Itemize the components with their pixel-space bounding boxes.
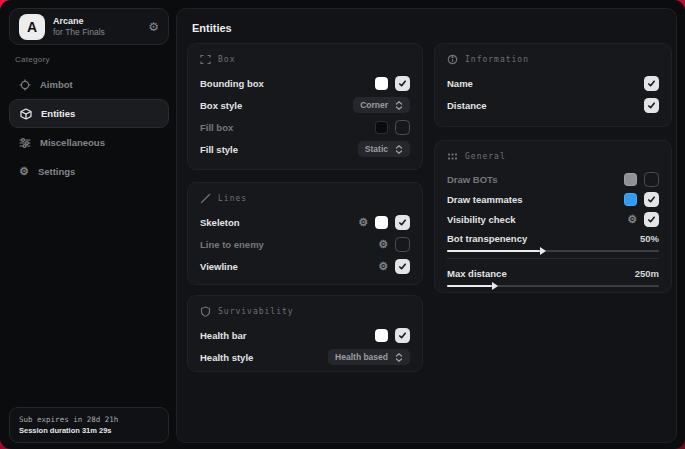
shield-icon <box>200 306 211 317</box>
sidebar-item-miscellaneous[interactable]: Miscellaneous <box>9 128 169 157</box>
subscription-info-card: Sub expires in 28d 21h Session duration … <box>9 407 169 443</box>
bot-transparency-row: Bot transpenency 50% <box>447 229 659 247</box>
bot-transparency-value: 50% <box>640 233 659 244</box>
box-section-header: Box <box>200 54 410 65</box>
corner-brackets-icon <box>200 54 211 65</box>
sidebar-item-label: Entities <box>41 108 75 119</box>
sidebar-item-aimbot[interactable]: Aimbot <box>9 70 169 99</box>
sidebar-item-settings[interactable]: ⚙ Settings <box>9 157 169 186</box>
fill-box-color-swatch[interactable] <box>375 121 388 134</box>
row-label: Health style <box>200 352 328 363</box>
bounding-box-color-swatch[interactable] <box>375 77 388 90</box>
row-label: Max distance <box>447 268 635 279</box>
box-style-dropdown[interactable]: Corner <box>353 97 410 113</box>
row-label: Fill box <box>200 122 375 133</box>
viewline-settings-gear-icon[interactable]: ⚙ <box>378 261 388 272</box>
row-label: Draw teammates <box>447 194 624 205</box>
grid-dots-icon <box>447 151 458 162</box>
section-title: Survivability <box>218 307 294 316</box>
health-style-row: Health style Health based <box>200 346 410 368</box>
fill-style-dropdown[interactable]: Static <box>358 141 410 157</box>
sliders-icon <box>19 137 31 149</box>
row-label: Health bar <box>200 330 375 341</box>
visibility-check-checkbox[interactable] <box>644 212 659 227</box>
page-title: Entities <box>192 22 232 34</box>
draw-teammates-color-swatch[interactable] <box>624 193 637 206</box>
row-label: Fill style <box>200 144 358 155</box>
skeleton-checkbox[interactable] <box>395 215 410 230</box>
survivability-section-card: Survivability Health bar Health style He… <box>187 295 423 372</box>
skeleton-row: Skeleton ⚙ <box>200 211 410 233</box>
app-titles: Arcane for The Finals <box>53 16 105 38</box>
app-logo: A <box>19 14 45 40</box>
row-label: Bot transpenency <box>447 233 640 244</box>
health-style-dropdown[interactable]: Health based <box>328 349 410 365</box>
row-label: Skeleton <box>200 217 358 228</box>
row-label: Box style <box>200 100 353 111</box>
information-section-header: Information <box>447 54 659 65</box>
app-subtitle: for The Finals <box>53 27 105 38</box>
section-title: Information <box>465 55 529 64</box>
sidebar-item-entities[interactable]: Entities <box>9 99 169 128</box>
draw-bots-checkbox[interactable] <box>644 172 659 187</box>
crosshair-icon <box>19 79 31 91</box>
chevron-up-down-icon <box>395 145 403 154</box>
row-label: Distance <box>447 100 644 111</box>
draw-teammates-checkbox[interactable] <box>644 192 659 207</box>
draw-bots-color-swatch[interactable] <box>624 173 637 186</box>
bounding-box-checkbox[interactable] <box>395 76 410 91</box>
check-icon <box>398 262 407 271</box>
row-label: Draw BOTs <box>447 174 624 185</box>
check-icon <box>647 79 656 88</box>
sub-expiry-text: Sub expires in 28d 21h <box>19 415 159 424</box>
chevron-up-down-icon <box>395 353 403 362</box>
bot-transparency-slider[interactable] <box>447 250 659 252</box>
line-to-enemy-checkbox[interactable] <box>395 237 410 252</box>
row-label: Viewline <box>200 261 378 272</box>
sidebar-item-label: Aimbot <box>40 79 73 90</box>
visibility-check-row: Visibility check ⚙ <box>447 209 659 229</box>
header-gear-icon[interactable]: ⚙ <box>148 21 159 33</box>
lines-section-header: Lines <box>200 193 410 204</box>
general-section-card: General Draw BOTs Draw teammates <box>434 140 672 293</box>
gear-icon: ⚙ <box>19 166 29 177</box>
section-title: General <box>465 152 506 161</box>
max-distance-slider[interactable] <box>447 285 659 287</box>
skeleton-settings-gear-icon[interactable]: ⚙ <box>358 217 368 228</box>
health-bar-color-swatch[interactable] <box>375 329 388 342</box>
viewline-checkbox[interactable] <box>395 259 410 274</box>
health-bar-checkbox[interactable] <box>395 328 410 343</box>
check-icon <box>398 79 407 88</box>
check-icon <box>398 331 407 340</box>
distance-checkbox[interactable] <box>644 98 659 113</box>
viewline-row: Viewline ⚙ <box>200 255 410 277</box>
draw-bots-row: Draw BOTs <box>447 169 659 189</box>
fill-style-row: Fill style Static <box>200 138 410 160</box>
fill-box-row: Fill box <box>200 116 410 138</box>
dropdown-value: Health based <box>335 352 388 362</box>
divider <box>447 258 659 259</box>
diagonal-line-icon <box>200 193 211 204</box>
general-section-header: General <box>447 151 659 162</box>
fill-box-checkbox[interactable] <box>395 120 410 135</box>
main-panel: Entities Box Bounding box Box style <box>176 8 677 443</box>
max-distance-row: Max distance 250m <box>447 264 659 282</box>
row-label: Bounding box <box>200 78 375 89</box>
name-checkbox[interactable] <box>644 76 659 91</box>
chevron-up-down-icon <box>395 101 403 110</box>
line-to-enemy-settings-gear-icon[interactable]: ⚙ <box>378 239 388 250</box>
name-row: Name <box>447 72 659 94</box>
check-icon <box>647 215 656 224</box>
row-label: Line to enemy <box>200 239 378 250</box>
survivability-section-header: Survivability <box>200 306 410 317</box>
slider-fill <box>447 250 540 252</box>
skeleton-color-swatch[interactable] <box>375 216 388 229</box>
visibility-check-settings-gear-icon[interactable]: ⚙ <box>627 214 637 225</box>
max-distance-group: Max distance 250m <box>447 264 659 287</box>
information-section-card: Information Name Distance <box>434 43 672 127</box>
row-label: Visibility check <box>447 214 627 225</box>
app-header-card: A Arcane for The Finals ⚙ <box>9 8 169 45</box>
dropdown-value: Corner <box>360 100 388 110</box>
slider-fill <box>447 285 492 287</box>
entities-cube-icon <box>20 108 32 120</box>
